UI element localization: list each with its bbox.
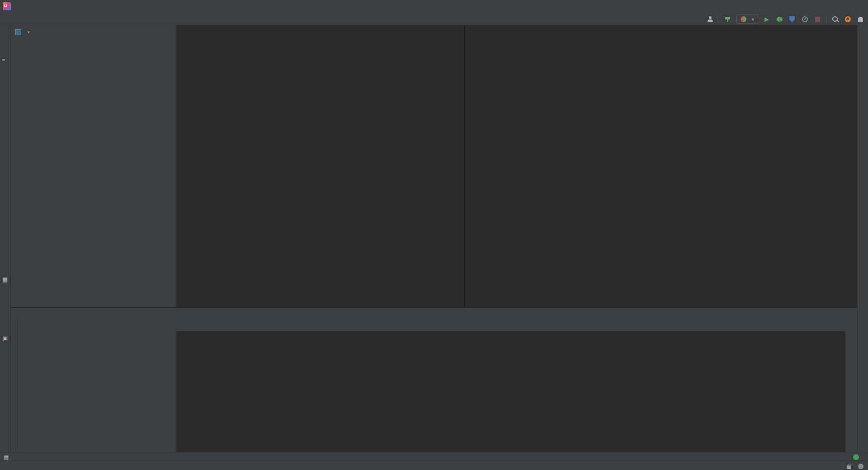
tool-window-bar: ▦	[0, 452, 868, 462]
editor-column-right	[465, 25, 857, 307]
title-bar	[0, 0, 868, 13]
stop-icon[interactable]	[815, 17, 820, 22]
test-status	[183, 320, 188, 331]
editor-column-left	[176, 25, 465, 307]
structure-stripe-icon[interactable]: ▤	[2, 276, 8, 283]
project-panel: ▾	[11, 25, 176, 307]
status-bar-widgets	[840, 464, 863, 469]
project-view-icon	[15, 29, 21, 35]
profile-icon[interactable]	[708, 16, 713, 22]
notifications-icon[interactable]	[858, 17, 863, 22]
ide-window: ▾ ▶ ▤ ▣ ▾	[0, 0, 868, 470]
profiler-icon[interactable]	[802, 16, 808, 22]
status-bar	[0, 462, 868, 470]
navigation-bar: ▾ ▶	[0, 13, 868, 25]
app-logo-icon	[3, 2, 11, 10]
readonly-lock-icon[interactable]	[847, 465, 851, 469]
project-panel-header[interactable]: ▾	[11, 25, 175, 39]
highlighting-level-icon[interactable]	[858, 464, 863, 469]
build-icon[interactable]	[725, 16, 731, 22]
run-button[interactable]: ▶	[763, 15, 771, 23]
run-console[interactable]	[176, 331, 845, 452]
debug-icon[interactable]	[777, 17, 783, 22]
window-switcher-icon[interactable]: ▦	[0, 452, 12, 462]
event-log-badge	[853, 454, 859, 460]
bookmarks-stripe-icon[interactable]: ▣	[2, 335, 8, 342]
run-tabs	[0, 308, 868, 320]
left-tool-stripe: ▤ ▣	[0, 25, 11, 452]
main-toolbar: ▾ ▶	[706, 13, 864, 25]
junit-icon	[741, 16, 746, 22]
test-tree	[18, 333, 176, 452]
right-tool-stripe	[857, 25, 868, 452]
settings-icon[interactable]	[845, 16, 851, 22]
coverage-icon[interactable]	[789, 16, 795, 22]
run-tool-window	[0, 307, 868, 452]
event-log-button[interactable]	[853, 454, 862, 460]
search-icon[interactable]	[832, 16, 838, 22]
run-configuration-select[interactable]: ▾	[736, 14, 758, 24]
